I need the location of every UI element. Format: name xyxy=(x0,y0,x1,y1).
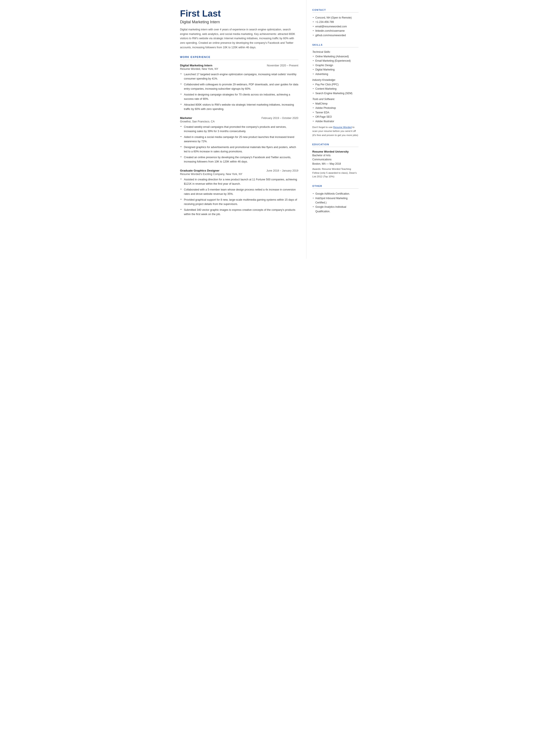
work-experience-section: WORK EXPERIENCE Digital Marketing Intern… xyxy=(180,56,298,216)
job-header-1: Digital Marketing Intern November 2020 –… xyxy=(180,64,298,67)
job-header-2: Marketer February 2019 – October 2020 xyxy=(180,116,298,120)
bullet: Submitted 340 vector graphic images to e… xyxy=(180,208,298,216)
resume-page: First Last Digital Marketing Intern Digi… xyxy=(171,0,365,259)
work-experience-label: WORK EXPERIENCE xyxy=(180,56,298,60)
skill-item: Adobe Photoshop xyxy=(312,106,358,110)
job-title-3: Graduate Graphics Designer xyxy=(180,169,219,172)
job-header-3: Graduate Graphics Designer June 2018 – J… xyxy=(180,169,298,172)
edu-field: Communications xyxy=(312,157,358,162)
contact-item: email@resumeworded.com xyxy=(312,24,358,29)
edu-location-date: Boston, MA — May 2018 xyxy=(312,162,358,166)
skills-technical-list: Online Marketing (Advanced) Email Market… xyxy=(312,54,358,76)
bullet: Assisted in designing campaign strategie… xyxy=(180,93,298,101)
skill-item: Off-Page SEO xyxy=(312,115,358,119)
bullet: Designed graphics for advertisements and… xyxy=(180,145,298,154)
bullet: Created an online presence by developing… xyxy=(180,155,298,164)
edu-awards: Awards: Resume Worded Teaching Fellow (o… xyxy=(312,167,358,179)
skill-item: Advertising xyxy=(312,72,358,76)
bullet: Created weekly email campaigns that prom… xyxy=(180,125,298,133)
contact-item: linkedin.com/in/username xyxy=(312,29,358,33)
bullet: Launched 17 targeted search engine optim… xyxy=(180,72,298,81)
education-section: EDUCATION Resume Worded University Bache… xyxy=(312,143,358,179)
bullet: Attracted 800K visitors to RW's website … xyxy=(180,102,298,111)
bullet: Provided graphical support for 8 new, la… xyxy=(180,198,298,206)
skill-item: MailChimp xyxy=(312,101,358,106)
skills-section: SKILLS Technical Skills: Online Marketin… xyxy=(312,43,358,137)
job-block-1: Digital Marketing Intern November 2020 –… xyxy=(180,64,298,111)
job-title-1: Digital Marketing Intern xyxy=(180,64,212,67)
job-block-2: Marketer February 2019 – October 2020 Gr… xyxy=(180,116,298,164)
resume-tip: Don't forget to use Resume Worded to sca… xyxy=(312,125,358,137)
job-company-3: Resume Worded's Exciting Company, New Yo… xyxy=(180,173,298,176)
education-label: EDUCATION xyxy=(312,143,358,147)
other-section: OTHER Google AdWords Certification. HubS… xyxy=(312,185,358,213)
contact-list: Concord, NH (Open to Remote) +1-234-456-… xyxy=(312,15,358,38)
contact-label: CONTACT xyxy=(312,9,358,13)
skill-item: Search Engine Marketing (SEM) xyxy=(312,91,358,96)
job-bullets-1: Launched 17 targeted search engine optim… xyxy=(180,72,298,111)
resume-worded-link[interactable]: Resume Worded xyxy=(333,126,352,128)
job-company-1: Resume Worded, New York, NY xyxy=(180,68,298,70)
skill-item: Digital Marketing xyxy=(312,68,358,72)
job-company-2: Growthsi, San Francisco, CA xyxy=(180,120,298,123)
skills-tools-list: MailChimp Adobe Photoshop Tanner EDA Off… xyxy=(312,101,358,124)
skill-item: Graphic Design xyxy=(312,63,358,68)
skill-item: Tanner EDA xyxy=(312,110,358,115)
other-list: Google AdWords Certification. HubSpot In… xyxy=(312,192,358,213)
other-item: Google Analytics Individual Qualificatio… xyxy=(312,205,358,213)
skills-label: SKILLS xyxy=(312,43,358,47)
skills-industry-label: Industry Knowledge: xyxy=(312,78,358,81)
skill-item: Content Marketing xyxy=(312,87,358,91)
tip-prefix: Don't forget to use xyxy=(312,126,333,128)
edu-degree: Bachelor of Arts xyxy=(312,154,358,157)
candidate-summary: Digital marketing intern with over 4 yea… xyxy=(180,27,298,49)
skills-tools-label: Tools and Software: xyxy=(312,98,358,101)
contact-item: github.com/resumeworded xyxy=(312,33,358,38)
job-block-3: Graduate Graphics Designer June 2018 – J… xyxy=(180,169,298,216)
edu-school: Resume Worded University xyxy=(312,150,358,153)
job-bullets-3: Assisted in creating direction for a new… xyxy=(180,177,298,216)
skill-item: Email Marketing (Experienced) xyxy=(312,59,358,63)
skill-item: Adobe Illustrator xyxy=(312,119,358,124)
other-label: OTHER xyxy=(312,185,358,188)
other-item: Google AdWords Certification. xyxy=(312,192,358,196)
skills-technical-label: Technical Skills: xyxy=(312,50,358,53)
skill-item: Pay Per Click (PPC) xyxy=(312,82,358,87)
job-bullets-2: Created weekly email campaigns that prom… xyxy=(180,125,298,164)
other-item: HubSpot Inbound Marketing Certified.) xyxy=(312,196,358,205)
left-column: First Last Digital Marketing Intern Digi… xyxy=(171,0,306,259)
contact-item: +1-234-456-789 xyxy=(312,20,358,24)
bullet: Collaborated with colleagues to promote … xyxy=(180,82,298,91)
job-dates-3: June 2018 – January 2019 xyxy=(266,169,298,172)
contact-section: CONTACT Concord, NH (Open to Remote) +1-… xyxy=(312,9,358,38)
job-title-2: Marketer xyxy=(180,116,192,120)
right-column: CONTACT Concord, NH (Open to Remote) +1-… xyxy=(306,0,365,259)
skills-industry-list: Pay Per Click (PPC) Content Marketing Se… xyxy=(312,82,358,96)
candidate-title: Digital Marketing Intern xyxy=(180,20,298,24)
contact-item: Concord, NH (Open to Remote) xyxy=(312,15,358,20)
skill-item: Online Marketing (Advanced) xyxy=(312,54,358,59)
bullet: Assisted in creating direction for a new… xyxy=(180,177,298,186)
bullet: Collaborated with a 5-member team whose … xyxy=(180,187,298,196)
bullet: Aided in creating a social media campaig… xyxy=(180,135,298,144)
header-section: First Last Digital Marketing Intern Digi… xyxy=(180,9,298,49)
candidate-name: First Last xyxy=(180,9,298,18)
job-dates-1: November 2020 – Present xyxy=(267,64,298,67)
job-dates-2: February 2019 – October 2020 xyxy=(262,117,298,120)
